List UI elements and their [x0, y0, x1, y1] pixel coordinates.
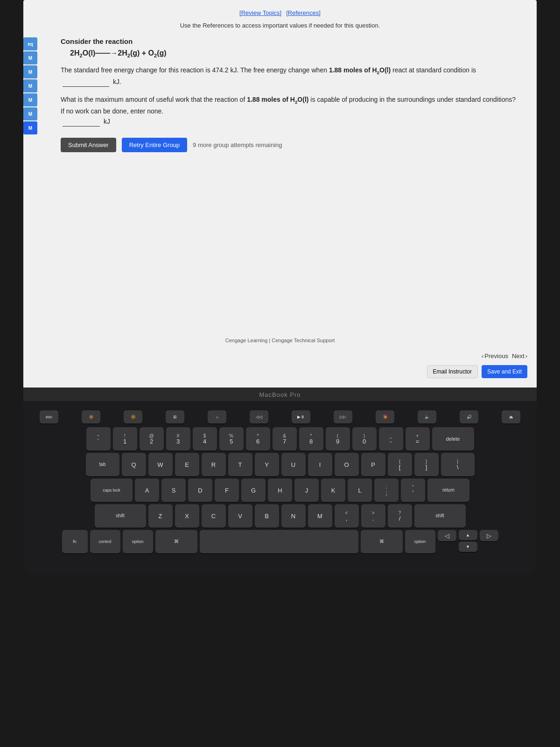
top-links: [Review Topics] [References]: [42, 9, 518, 16]
sidebar-item-1[interactable]: M: [23, 51, 37, 64]
key-q[interactable]: Q: [122, 453, 146, 476]
key-t[interactable]: T: [228, 453, 252, 476]
key-a[interactable]: A: [135, 479, 159, 502]
sidebar-item-eq[interactable]: eq: [23, 37, 37, 50]
submit-answer-button[interactable]: Submit Answer: [61, 138, 116, 152]
key-9[interactable]: (9: [326, 427, 350, 451]
key-p[interactable]: P: [361, 453, 385, 476]
key-f5[interactable]: ◁◁: [250, 410, 268, 423]
key-f9[interactable]: 🔈: [418, 410, 436, 423]
key-space[interactable]: [200, 530, 358, 553]
key-g[interactable]: G: [241, 479, 266, 502]
key-0[interactable]: )0: [352, 427, 377, 451]
key-semicolon[interactable]: :;: [374, 479, 399, 502]
key-shift-left[interactable]: shift: [95, 504, 146, 528]
key-period[interactable]: >.: [361, 504, 385, 528]
sidebar-item-4[interactable]: M: [23, 93, 37, 106]
key-tilde[interactable]: ~`: [86, 427, 111, 451]
previous-button[interactable]: ‹ Previous: [482, 352, 508, 359]
key-5[interactable]: %5: [219, 427, 244, 451]
key-comma[interactable]: <,: [335, 504, 359, 528]
key-d[interactable]: D: [188, 479, 212, 502]
key-bracket-right[interactable]: }]: [414, 453, 439, 476]
key-m[interactable]: M: [308, 504, 332, 528]
sidebar-item-6[interactable]: M: [23, 121, 37, 134]
key-f7[interactable]: ▷▷: [334, 410, 352, 423]
key-f[interactable]: F: [215, 479, 239, 502]
key-7[interactable]: &7: [273, 427, 297, 451]
key-x[interactable]: X: [175, 504, 199, 528]
key-l[interactable]: L: [348, 479, 372, 502]
key-command-left[interactable]: ⌘: [155, 530, 197, 553]
key-shift-right[interactable]: shift: [414, 504, 466, 528]
save-exit-button[interactable]: Save and Exit: [482, 365, 527, 378]
key-f10[interactable]: 🔊: [460, 410, 478, 423]
keyboard: esc 🔅 🔆 ⊞ ⌕ ◁◁ ▶⏸ ▷▷ 🔕 🔈 🔊 ⏏ ~` !1 @2 #3…: [23, 401, 537, 574]
key-b[interactable]: B: [255, 504, 279, 528]
key-f1[interactable]: 🔅: [82, 410, 100, 423]
key-1[interactable]: !1: [113, 427, 137, 451]
next-button[interactable]: Next ›: [512, 352, 527, 359]
key-f2[interactable]: 🔆: [124, 410, 142, 423]
key-v[interactable]: V: [228, 504, 252, 528]
key-z[interactable]: Z: [148, 504, 173, 528]
key-6[interactable]: ^6: [246, 427, 270, 451]
key-arrow-up[interactable]: ▲: [459, 530, 477, 540]
key-f4[interactable]: ⌕: [208, 410, 226, 423]
key-arrow-down[interactable]: ▼: [459, 542, 477, 552]
macbook-label: MacBook Pro: [23, 388, 537, 401]
key-plus[interactable]: +=: [406, 427, 430, 451]
key-s[interactable]: S: [161, 479, 186, 502]
key-bracket-left[interactable]: {[: [388, 453, 412, 476]
key-4[interactable]: $4: [193, 427, 217, 451]
key-return[interactable]: return: [427, 479, 469, 502]
key-o[interactable]: O: [335, 453, 359, 476]
key-f8[interactable]: 🔕: [376, 410, 394, 423]
key-backslash[interactable]: |\: [441, 453, 475, 476]
review-topics-link[interactable]: [Review Topics]: [239, 9, 281, 16]
key-j[interactable]: J: [294, 479, 319, 502]
key-tab[interactable]: tab: [86, 453, 119, 476]
key-w[interactable]: W: [148, 453, 173, 476]
instruction-text: Use the References to access important v…: [42, 22, 518, 29]
attempts-text: 9 more group attempts remaining: [193, 141, 282, 148]
key-control[interactable]: control: [90, 530, 120, 553]
key-h[interactable]: H: [268, 479, 292, 502]
key-i[interactable]: I: [308, 453, 332, 476]
key-n[interactable]: N: [281, 504, 306, 528]
key-minus[interactable]: _-: [379, 427, 403, 451]
key-e[interactable]: E: [175, 453, 199, 476]
answer-input-1[interactable]: [63, 79, 109, 87]
key-3[interactable]: #3: [166, 427, 190, 451]
key-option-right[interactable]: option: [405, 530, 435, 553]
key-option-left[interactable]: option: [123, 530, 153, 553]
key-c[interactable]: C: [202, 504, 226, 528]
references-link[interactable]: [References]: [286, 9, 321, 16]
key-slash[interactable]: ?/: [388, 504, 412, 528]
sidebar-item-2[interactable]: M: [23, 65, 37, 78]
key-arrow-left[interactable]: ◁: [438, 530, 456, 541]
sidebar-item-5[interactable]: M: [23, 107, 37, 120]
key-f3[interactable]: ⊞: [166, 410, 184, 423]
key-command-right[interactable]: ⌘: [361, 530, 403, 553]
main-content: Consider the reaction 2H2O(l)——→2H2(g) +…: [61, 37, 518, 152]
key-2[interactable]: @2: [140, 427, 164, 451]
key-r[interactable]: R: [202, 453, 226, 476]
answer-input-2[interactable]: [63, 119, 100, 127]
key-esc[interactable]: esc: [40, 410, 58, 423]
sidebar-item-3[interactable]: M: [23, 79, 37, 92]
key-fn[interactable]: fn: [62, 530, 88, 553]
key-f6[interactable]: ▶⏸: [292, 410, 310, 423]
key-caps[interactable]: caps lock: [91, 479, 133, 502]
key-u[interactable]: U: [281, 453, 306, 476]
email-instructor-button[interactable]: Email Instructor: [427, 365, 478, 378]
key-delete[interactable]: delete: [432, 427, 474, 451]
key-y[interactable]: Y: [255, 453, 279, 476]
key-8[interactable]: *8: [299, 427, 323, 451]
reaction-equation: 2H2O(l)——→2H2(g) + O2(g): [70, 49, 518, 58]
key-k[interactable]: K: [321, 479, 345, 502]
key-f11[interactable]: ⏏: [502, 410, 520, 423]
retry-group-button[interactable]: Retry Entire Group: [122, 138, 187, 152]
key-quote[interactable]: "': [401, 479, 425, 502]
key-arrow-right[interactable]: ▷: [480, 530, 498, 541]
